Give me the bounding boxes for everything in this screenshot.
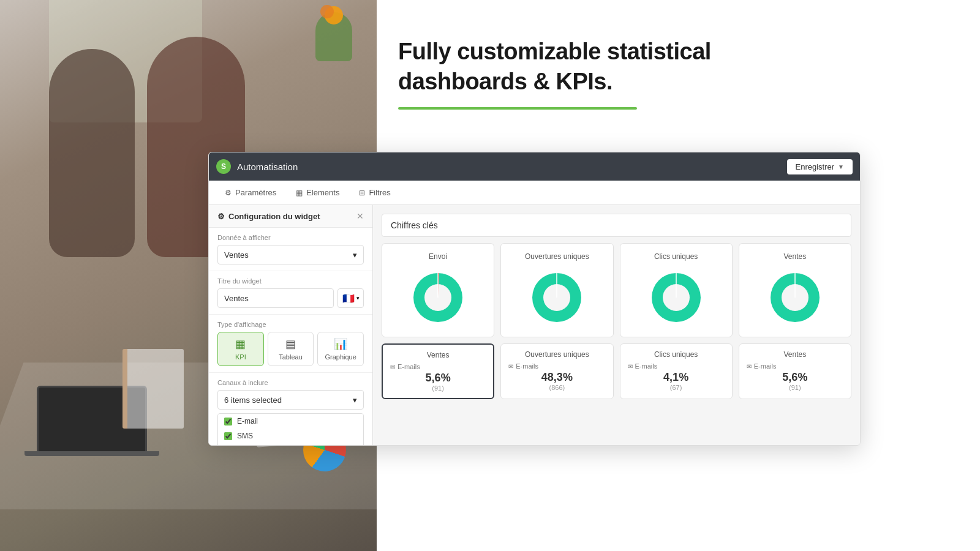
- data-label: Donnée à afficher: [217, 234, 364, 241]
- type-btn-tableau[interactable]: ▤ Tableau: [268, 332, 314, 366]
- kpi-data-ventes[interactable]: Ventes ✉ E-mails 5,6% (91): [382, 343, 494, 399]
- kpi-percent-ventes: 5,6%: [390, 372, 486, 384]
- display-type-buttons: ▦ KPI ▤ Tableau 📊 Graphique: [217, 332, 364, 366]
- channels-label: Canaux à inclure: [217, 379, 364, 386]
- data-section: Donnée à afficher Ventes ▾: [209, 228, 372, 271]
- elements-icon: ▦: [296, 189, 303, 197]
- channel-email: E-mail: [218, 414, 363, 429]
- kpi-data-clics[interactable]: Clics uniques ✉ E-mails 4,1% (67): [620, 343, 733, 399]
- donut-envoi: [407, 267, 469, 328]
- donut-ouvertures: [526, 267, 587, 328]
- channel-email-checkbox[interactable]: [224, 418, 232, 425]
- hero-section: Fully customizable statistical dashboard…: [398, 37, 827, 110]
- kpi-percent-clics: 4,1%: [628, 371, 725, 384]
- channel-popup: Popup: [218, 443, 363, 446]
- channels-dropdown[interactable]: 6 items selected ▾: [217, 390, 364, 410]
- app-nav: ⚙ Paramètres ▦ Elements ⊟ Filtres: [209, 181, 860, 205]
- kpi-data-title-ventes: Ventes: [390, 351, 486, 359]
- kpi-data-ventes2[interactable]: Ventes ✉ E-mails 5,6% (91): [739, 343, 851, 399]
- parametres-icon: ⚙: [225, 189, 232, 197]
- hero-title: Fully customizable statistical dashboard…: [398, 37, 827, 97]
- dashboard-area: Chiffres clés Envoi: [373, 205, 860, 446]
- app-title-area: S Automatisation: [216, 159, 298, 174]
- graphique-icon: 📊: [334, 337, 347, 351]
- kpi-title-ouvertures: Ouvertures uniques: [525, 252, 589, 261]
- kpi-card-envoi: Envoi: [382, 243, 494, 337]
- kpi-card-clics: Clics uniques: [620, 243, 733, 337]
- kpi-icon: ▦: [235, 337, 246, 351]
- channels-dropdown-arrow: ▾: [353, 395, 357, 405]
- channel-sms: SMS: [218, 429, 363, 443]
- kpi-data-title-ouvertures: Ouvertures uniques: [508, 350, 605, 359]
- app-body: ⚙ Configuration du widget ✕ Donnée à aff…: [209, 205, 860, 446]
- panel-title: ⚙ Configuration du widget: [217, 212, 320, 221]
- kpi-count-ventes2: (91): [747, 384, 843, 391]
- kpi-percent-ventes2: 5,6%: [747, 371, 843, 384]
- display-type-section: Type d'affichage ▦ KPI ▤ Tableau 📊 Graph…: [209, 315, 372, 373]
- kpi-count-ouvertures: (866): [508, 384, 605, 391]
- kpi-data-row: Ventes ✉ E-mails 5,6% (91) Ouvertures un…: [382, 343, 851, 399]
- left-panel: ⚙ Configuration du widget ✕ Donnée à aff…: [209, 205, 373, 446]
- donut-clics: [646, 267, 707, 328]
- email-icon: ✉: [390, 364, 395, 370]
- save-dropdown-arrow: ▼: [838, 163, 844, 170]
- close-panel-button[interactable]: ✕: [356, 211, 364, 221]
- kpi-source-clics: ✉ E-mails: [628, 362, 725, 370]
- display-type-label: Type d'affichage: [217, 321, 364, 328]
- kpi-title-envoi: Envoi: [429, 252, 447, 261]
- kpi-source-ventes: ✉ E-mails: [390, 363, 486, 370]
- config-icon: ⚙: [217, 212, 225, 221]
- kpi-data-title-clics: Clics uniques: [628, 350, 725, 359]
- kpi-data-ouvertures[interactable]: Ouvertures uniques ✉ E-mails 48,3% (866): [500, 343, 613, 399]
- dashboard-header: Chiffres clés: [382, 214, 851, 237]
- kpi-card-ouvertures: Ouvertures uniques: [500, 243, 613, 337]
- tab-elements[interactable]: ▦ Elements: [287, 183, 348, 202]
- save-button[interactable]: Enregistrer ▼: [787, 159, 853, 174]
- widget-title-input[interactable]: [217, 288, 334, 308]
- widget-title-section: Titre du widget 🇫🇷 ▾: [209, 271, 372, 315]
- kpi-title-ventes: Ventes: [784, 252, 807, 261]
- widget-title-row: 🇫🇷 ▾: [217, 288, 364, 308]
- email-icon-2: ✉: [508, 363, 513, 370]
- tab-parametres[interactable]: ⚙ Paramètres: [216, 183, 285, 202]
- hero-underline: [398, 107, 637, 110]
- email-icon-3: ✉: [628, 363, 633, 370]
- app-window-title: Automatisation: [237, 162, 298, 172]
- kpi-source-ouvertures: ✉ E-mails: [508, 362, 605, 370]
- kpi-count-ventes: (91): [390, 384, 486, 392]
- tableau-icon: ▤: [285, 337, 296, 351]
- type-btn-kpi[interactable]: ▦ KPI: [217, 332, 264, 366]
- language-select[interactable]: 🇫🇷 ▾: [337, 288, 364, 308]
- channels-section: Canaux à inclure 6 items selected ▾ E-ma…: [209, 373, 372, 446]
- dropdown-arrow: ▾: [353, 250, 357, 260]
- data-dropdown[interactable]: Ventes ▾: [217, 245, 364, 264]
- widget-title-label: Titre du widget: [217, 277, 364, 285]
- app-logo: S: [216, 159, 231, 174]
- panel-header: ⚙ Configuration du widget ✕: [209, 205, 372, 228]
- filtres-icon: ⊟: [359, 189, 365, 197]
- kpi-data-title-ventes2: Ventes: [747, 350, 843, 359]
- app-topbar: S Automatisation Enregistrer ▼: [209, 152, 860, 181]
- kpi-card-ventes: Ventes: [739, 243, 851, 337]
- type-btn-graphique[interactable]: 📊 Graphique: [317, 332, 364, 366]
- channel-sms-checkbox[interactable]: [224, 432, 232, 440]
- kpi-percent-ouvertures: 48,3%: [508, 371, 605, 384]
- donut-ventes: [764, 267, 826, 328]
- tab-filtres[interactable]: ⊟ Filtres: [350, 183, 399, 202]
- kpi-chart-row: Envoi Ouvertures uniques: [382, 243, 851, 337]
- kpi-count-clics: (67): [628, 384, 725, 391]
- kpi-title-clics: Clics uniques: [654, 252, 698, 261]
- email-icon-4: ✉: [747, 363, 752, 370]
- kpi-source-ventes2: ✉ E-mails: [747, 362, 843, 370]
- channel-list: E-mail SMS Popup Smart content on site: [217, 413, 364, 446]
- app-window: S Automatisation Enregistrer ▼ ⚙ Paramèt…: [208, 152, 861, 446]
